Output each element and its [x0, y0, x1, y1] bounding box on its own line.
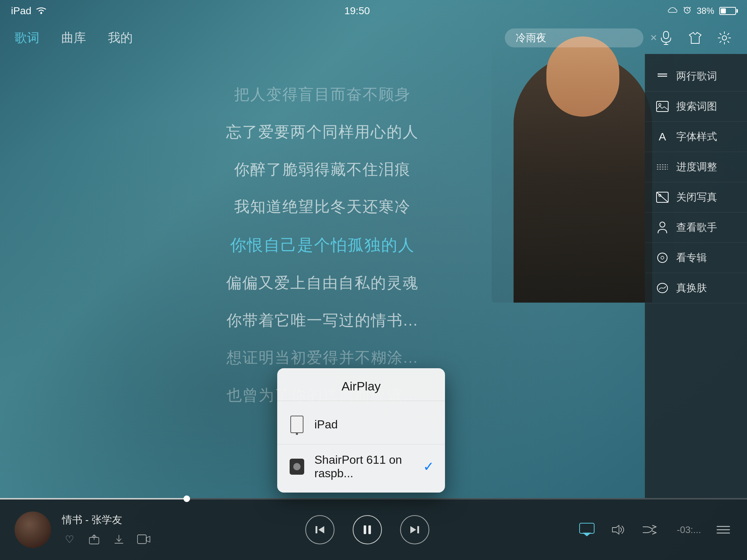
status-right: 38% — [667, 5, 736, 16]
speaker-device-icon — [288, 456, 306, 478]
player-content: 情书 - 张学友 ♡ — [0, 499, 747, 560]
skin-icon — [656, 281, 669, 295]
device-label: iPad — [11, 5, 31, 17]
search-input[interactable] — [516, 32, 646, 44]
progress-fill — [0, 498, 187, 499]
album-art — [15, 512, 51, 548]
airplay-devices: iPad ShairPort 611 on raspb... ✓ — [277, 401, 445, 493]
progress-icon — [656, 160, 669, 174]
svg-marker-32 — [612, 525, 619, 534]
progress-bar[interactable] — [0, 498, 747, 499]
progress-thumb[interactable] — [183, 495, 190, 502]
sidebar-two-line-lyrics[interactable]: 两行歌词 — [645, 61, 747, 92]
tab-mine[interactable]: 我的 — [108, 30, 133, 46]
sidebar-view-album[interactable]: 看专辑 — [645, 243, 747, 273]
track-actions: ♡ — [62, 532, 157, 547]
status-left: iPad — [11, 5, 47, 17]
sidebar-label-skin: 真换肤 — [676, 281, 707, 295]
status-bar: iPad 19:50 38% — [0, 0, 747, 22]
svg-point-10 — [659, 104, 661, 106]
favorite-icon[interactable]: ♡ — [62, 532, 77, 547]
nav-tabs: 歌词 曲库 我的 — [15, 30, 505, 46]
video-icon[interactable] — [136, 532, 151, 547]
status-time: 19:50 — [344, 5, 370, 17]
svg-marker-31 — [582, 533, 591, 536]
sidebar-label-artist: 查看歌手 — [676, 221, 717, 234]
svg-rect-27 — [368, 525, 371, 534]
svg-rect-25 — [316, 526, 317, 533]
lyric-line-4: 你恨自己是个怕孤独的人 — [216, 226, 429, 264]
svg-line-16 — [657, 192, 668, 202]
selected-checkmark: ✓ — [423, 459, 434, 474]
sidebar-font-style[interactable]: A 字体样式 — [645, 122, 747, 152]
sidebar-change-skin[interactable]: 真换肤 — [645, 273, 747, 303]
airplay-title: AirPlay — [277, 368, 445, 401]
shairport-device-name: ShairPort 611 on raspb... — [314, 453, 414, 480]
svg-marker-24 — [318, 526, 324, 533]
sidebar-close-photo[interactable]: 关闭写真 — [645, 182, 747, 213]
lyric-line-1: 忘了爱要两个同样用心的人 — [212, 113, 433, 151]
shuffle-button[interactable] — [640, 521, 659, 539]
person-icon — [656, 221, 669, 234]
album-art-inner — [15, 512, 51, 548]
airplay-button[interactable] — [578, 521, 596, 539]
sidebar-search-image[interactable]: 搜索词图 — [645, 92, 747, 122]
sidebar-label-close-photo: 关闭写真 — [676, 190, 717, 204]
sidebar-label-progress: 进度调整 — [676, 160, 717, 174]
svg-point-18 — [658, 253, 667, 262]
share-icon[interactable] — [87, 532, 101, 547]
playback-controls — [168, 515, 567, 544]
lyric-line-3: 我知道绝望比冬天还寒冷 — [220, 188, 425, 226]
svg-point-17 — [660, 222, 665, 227]
svg-rect-23 — [138, 535, 146, 544]
sidebar-progress[interactable]: 进度调整 — [645, 152, 747, 182]
mic-button[interactable] — [658, 30, 674, 46]
tab-library[interactable]: 曲库 — [61, 30, 86, 46]
sidebar-label-two-line: 两行歌词 — [676, 69, 717, 83]
airplay-device-shairport[interactable]: ShairPort 611 on raspb... ✓ — [277, 444, 445, 489]
svg-rect-9 — [657, 101, 668, 112]
alarm-icon — [683, 5, 692, 16]
svg-marker-28 — [410, 526, 416, 533]
battery-indicator — [719, 7, 736, 15]
settings-button[interactable] — [716, 30, 732, 46]
prev-button[interactable] — [305, 515, 334, 544]
right-sidebar: 两行歌词 搜索词图 A 字体样式 进度调整 关闭写真 查看歌手 — [645, 54, 747, 498]
airplay-device-ipad[interactable]: iPad — [277, 405, 445, 444]
svg-point-0 — [40, 12, 42, 14]
nav-bar: 歌词 曲库 我的 ✕ — [0, 22, 747, 54]
track-display: 情书 - 张学友 — [62, 513, 157, 527]
shirt-button[interactable] — [687, 30, 703, 46]
search-bar[interactable]: ✕ — [505, 28, 643, 47]
photo-off-icon — [656, 191, 669, 204]
lines-icon — [656, 70, 669, 83]
search-clear-icon[interactable]: ✕ — [650, 33, 657, 43]
svg-rect-30 — [580, 523, 594, 533]
ipad-device-icon — [288, 413, 306, 435]
download-icon[interactable] — [112, 532, 126, 547]
sidebar-view-artist[interactable]: 查看歌手 — [645, 213, 747, 243]
tab-lyrics[interactable]: 歌词 — [15, 30, 39, 46]
font-icon: A — [656, 130, 669, 143]
album-icon — [656, 251, 669, 264]
volume-button[interactable] — [609, 521, 627, 539]
player-bar: 情书 - 张学友 ♡ — [0, 498, 747, 560]
lyric-line-2: 你醉了脆弱得藏不住泪痕 — [220, 151, 425, 188]
next-button[interactable] — [400, 515, 429, 544]
sidebar-label-search-image: 搜索词图 — [676, 100, 717, 113]
image-search-icon — [656, 100, 669, 113]
sidebar-label-font: 字体样式 — [676, 130, 717, 144]
cloud-icon — [667, 6, 678, 16]
lyric-line-6: 你带着它唯一写过的情书... — [212, 302, 433, 339]
pause-button[interactable] — [353, 515, 382, 544]
track-section: 情书 - 张学友 ♡ — [62, 513, 157, 547]
svg-rect-3 — [663, 31, 669, 39]
svg-rect-26 — [364, 525, 366, 534]
sidebar-label-album: 看专辑 — [676, 251, 707, 265]
ipad-device-name: iPad — [314, 418, 434, 431]
svg-rect-29 — [417, 526, 419, 533]
nav-icons — [658, 30, 732, 46]
airplay-popup: AirPlay iPad ShairPort 611 on raspb... ✓ — [277, 368, 445, 493]
player-right-controls: -03:... — [578, 521, 732, 539]
queue-button[interactable] — [714, 521, 732, 539]
